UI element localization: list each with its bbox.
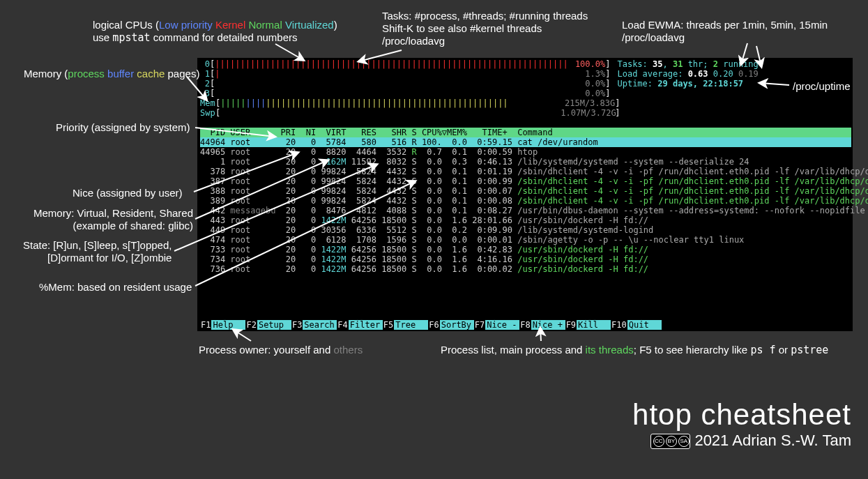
fkey-num: F10 — [611, 320, 627, 330]
document-title: htop cheatsheet CCBYSA 2021 Adrian S.-W.… — [632, 398, 851, 450]
fkey-num: F9 — [565, 320, 577, 330]
fkey-bar: F1HelpF2SetupF3SearchF4FilterF5TreeF6Sor… — [200, 320, 850, 330]
cpu-meter-2: 2[0.0%]Uptime: 29 days, 22:18:57 — [200, 79, 851, 89]
title-main: htop cheatsheet — [632, 398, 851, 432]
fkey-num: F8 — [519, 320, 531, 330]
annot-mem-vrs: Memory: Virtual, Resident, Shared (examp… — [33, 207, 193, 232]
fkey-sortby[interactable]: SortBy — [440, 320, 474, 330]
process-row[interactable]: 442 messagebu 20 0 8476 4812 4088 S 0.0 … — [200, 206, 851, 215]
htop-meter-header: 0[||||||||||||||||||||||||||||||||||||||… — [200, 59, 851, 128]
cpu-meter-0: 0[||||||||||||||||||||||||||||||||||||||… — [200, 59, 851, 69]
process-row[interactable]: 389 root 20 0 99824 5824 4432 S 0.0 0.1 … — [200, 196, 851, 206]
fkey-filter[interactable]: Filter — [349, 320, 383, 330]
annot-state: State: [R]un, [S]leep, s[T]opped, [D]orm… — [23, 239, 172, 264]
process-row[interactable]: 443 root 20 0 1422M 64256 18500 S 0.0 1.… — [200, 215, 851, 225]
annot-process-owner: Process owner: yourself and others — [199, 344, 363, 356]
annot-memory: Memory (process buffer cache pages) — [24, 68, 199, 80]
annot-pctmem: %Mem: based on resident usage — [39, 281, 192, 294]
fkey-num: F6 — [428, 320, 439, 330]
process-row[interactable]: 449 root 20 0 30356 6336 5512 S 0.0 0.2 … — [200, 225, 851, 235]
process-row-selected[interactable]: 44964 root 20 0 5784 580 516 R 100. 0.0 … — [200, 137, 851, 147]
htop-terminal: 0[||||||||||||||||||||||||||||||||||||||… — [197, 58, 853, 331]
fkey-quit[interactable]: Quit — [627, 320, 662, 330]
process-row[interactable]: 733 root 20 0 1422M 64256 18500 S 0.0 1.… — [200, 245, 851, 254]
annot-priority: Priority (assigned by system) — [56, 121, 190, 134]
title-sub: CCBYSA 2021 Adrian S.-W. Tam — [632, 432, 851, 450]
process-table-body: 44965 root 20 0 8820 4464 3532 R 0.7 0.1… — [200, 147, 851, 274]
annot-logical-cpus: logical CPUs (Low priority Kernel Normal… — [93, 19, 337, 44]
process-row[interactable]: 44965 root 20 0 8820 4464 3532 R 0.7 0.1… — [200, 147, 851, 157]
svg-line-10 — [234, 330, 251, 341]
cpu-meter-1: 1[|1.3%]Load average: 0.63 0.20 0.19 — [200, 69, 851, 79]
process-row[interactable]: 474 root 20 0 6128 1708 1596 S 0.0 0.0 0… — [200, 235, 851, 245]
fkey-num: F1 — [200, 320, 211, 330]
mem-meter: Mem[||||||||||||||||||||||||||||||||||||… — [200, 98, 851, 108]
process-row[interactable]: 378 root 20 0 99824 5824 4432 S 0.0 0.1 … — [200, 167, 851, 176]
annot-load-ewma: Load EWMA: threads per 1min, 5min, 15min… — [622, 19, 828, 44]
process-row-selected-text: 44964 root 20 0 5784 580 516 R 100. 0.0 … — [200, 137, 598, 147]
cpu-meter-3: 3[0.0%] — [200, 89, 851, 98]
annot-nice: Nice (assigned by user) — [73, 187, 183, 199]
process-row[interactable]: 388 root 20 0 99824 5824 4432 S 0.0 0.1 … — [200, 186, 851, 196]
fkey-kill[interactable]: Kill — [577, 320, 611, 330]
fkey-num: F5 — [383, 320, 394, 330]
swap-meter: Swp[1.07M/3.72G] — [200, 108, 851, 118]
fkey-num: F2 — [245, 320, 257, 330]
process-row[interactable]: 736 root 20 0 1422M 64256 18500 S 0.0 1.… — [200, 264, 851, 274]
process-table-header[interactable]: PID USER PRI NI VIRT RES SHR S CPU%▽MEM%… — [200, 128, 851, 137]
cc-badge-icon: CCBYSA — [650, 434, 690, 449]
annot-process-list: Process list, main process and its threa… — [441, 344, 828, 356]
fkey-num: F7 — [474, 320, 485, 330]
fkey-num: F4 — [337, 320, 348, 330]
annot-tasks: Tasks: #process, #threads; #running thre… — [382, 10, 588, 47]
process-row[interactable]: 1 root 20 0 162M 11592 8032 S 0.0 0.3 0:… — [200, 157, 851, 167]
process-row[interactable]: 387 root 20 0 99824 5824 4432 S 0.0 0.1 … — [200, 176, 851, 186]
column-line: PID USER PRI NI VIRT RES SHR S CPU%▽MEM%… — [200, 128, 553, 137]
fkey-nice-+[interactable]: Nice + — [531, 320, 565, 330]
fkey-search[interactable]: Search — [303, 320, 337, 330]
fkey-num: F3 — [291, 320, 303, 330]
fkey-help[interactable]: Help — [211, 320, 245, 330]
fkey-tree[interactable]: Tree — [394, 320, 428, 330]
annot-proc-uptime: /proc/uptime — [793, 80, 851, 93]
fkey-setup[interactable]: Setup — [257, 320, 291, 330]
process-row[interactable]: 734 root 20 0 1422M 64256 18500 S 0.0 1.… — [200, 254, 851, 264]
fkey-nice--[interactable]: Nice - — [485, 320, 519, 330]
